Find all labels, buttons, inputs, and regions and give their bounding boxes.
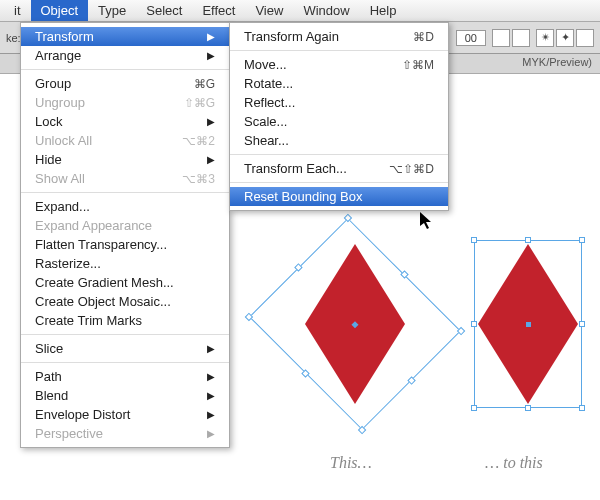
bbox-handle[interactable]: [471, 405, 477, 411]
menu-separator: [230, 50, 448, 51]
transform-submenu: Transform Again⌘D Move...⇧⌘M Rotate... R…: [229, 22, 449, 211]
submenu-item-again[interactable]: Transform Again⌘D: [230, 27, 448, 46]
shortcut: ⌘D: [413, 30, 434, 44]
submenu-item-each[interactable]: Transform Each...⌥⇧⌘D: [230, 159, 448, 178]
submenu-item-shear[interactable]: Shear...: [230, 131, 448, 150]
submenu-item-reset-bbox[interactable]: Reset Bounding Box: [230, 187, 448, 206]
menu-item-object-mosaic[interactable]: Create Object Mosaic...: [21, 292, 229, 311]
menu-item-group[interactable]: Group⌘G: [21, 74, 229, 93]
menu-label: Slice: [35, 341, 63, 356]
menu-type[interactable]: Type: [88, 0, 136, 21]
menu-label: Expand...: [35, 199, 90, 214]
menu-item-perspective: Perspective▶: [21, 424, 229, 443]
reset-bounding-box[interactable]: [474, 240, 582, 408]
wand-tool-icon[interactable]: ✦: [556, 29, 574, 47]
selection-tool-icon[interactable]: ✴: [536, 29, 554, 47]
bbox-handle[interactable]: [294, 263, 302, 271]
bbox-handle[interactable]: [344, 214, 352, 222]
menu-item-hide[interactable]: Hide▶: [21, 150, 229, 169]
submenu-item-scale[interactable]: Scale...: [230, 112, 448, 131]
menu-label: Create Trim Marks: [35, 313, 142, 328]
submenu-item-move[interactable]: Move...⇧⌘M: [230, 55, 448, 74]
bbox-handle[interactable]: [301, 369, 309, 377]
shortcut: ⇧⌘M: [402, 58, 434, 72]
bbox-handle[interactable]: [245, 313, 253, 321]
menu-item-expand[interactable]: Expand...: [21, 197, 229, 216]
menu-object[interactable]: Object: [31, 0, 89, 21]
menu-separator: [21, 362, 229, 363]
menu-label: Rasterize...: [35, 256, 101, 271]
submenu-arrow-icon: ▶: [207, 31, 215, 42]
menu-label: Rotate...: [244, 76, 293, 91]
bbox-handle[interactable]: [457, 327, 465, 335]
menu-item-trim-marks[interactable]: Create Trim Marks: [21, 311, 229, 330]
menu-separator: [21, 334, 229, 335]
menu-label: Envelope Distort: [35, 407, 130, 422]
bbox-handle[interactable]: [525, 405, 531, 411]
toolbar-buttons: [492, 29, 530, 47]
menu-label: Reflect...: [244, 95, 295, 110]
menu-item-envelope[interactable]: Envelope Distort▶: [21, 405, 229, 424]
menu-item-flatten[interactable]: Flatten Transparency...: [21, 235, 229, 254]
menu-help[interactable]: Help: [360, 0, 407, 21]
bbox-handle[interactable]: [471, 237, 477, 243]
menu-item-gradient-mesh[interactable]: Create Gradient Mesh...: [21, 273, 229, 292]
bbox-handle[interactable]: [358, 426, 366, 434]
bbox-handle[interactable]: [471, 321, 477, 327]
numeric-field[interactable]: 00: [456, 30, 486, 46]
submenu-arrow-icon: ▶: [207, 343, 215, 354]
menu-item-arrange[interactable]: Arrange▶: [21, 46, 229, 65]
submenu-arrow-icon: ▶: [207, 428, 215, 439]
stroke-label: ke:: [6, 32, 21, 44]
menu-separator: [230, 182, 448, 183]
menu-label: Path: [35, 369, 62, 384]
tool-button-5[interactable]: [576, 29, 594, 47]
bbox-handle[interactable]: [579, 405, 585, 411]
menu-label: Blend: [35, 388, 68, 403]
menu-separator: [230, 154, 448, 155]
menu-label: Perspective: [35, 426, 103, 441]
tool-button-2[interactable]: [512, 29, 530, 47]
bbox-handle[interactable]: [407, 376, 415, 384]
bbox-handle[interactable]: [579, 237, 585, 243]
menu-label: Create Gradient Mesh...: [35, 275, 174, 290]
bbox-handle[interactable]: [579, 321, 585, 327]
center-handle[interactable]: [351, 321, 358, 328]
menu-item-path[interactable]: Path▶: [21, 367, 229, 386]
menu-effect[interactable]: Effect: [192, 0, 245, 21]
tool-button-1[interactable]: [492, 29, 510, 47]
menu-view[interactable]: View: [245, 0, 293, 21]
submenu-arrow-icon: ▶: [207, 390, 215, 401]
toolbar-buttons-2: ✴ ✦: [536, 29, 594, 47]
object-menu-dropdown: Transform▶ Arrange▶ Group⌘G Ungroup⇧⌘G L…: [20, 22, 230, 448]
bbox-handle[interactable]: [525, 237, 531, 243]
shortcut: ⌥⌘2: [182, 134, 215, 148]
menu-item-blend[interactable]: Blend▶: [21, 386, 229, 405]
menu-item-unlock-all: Unlock All⌥⌘2: [21, 131, 229, 150]
submenu-arrow-icon: ▶: [207, 50, 215, 61]
submenu-item-rotate[interactable]: Rotate...: [230, 74, 448, 93]
menu-separator: [21, 192, 229, 193]
menu-window[interactable]: Window: [293, 0, 359, 21]
menu-label: Group: [35, 76, 71, 91]
menu-label: Ungroup: [35, 95, 85, 110]
menu-label: Lock: [35, 114, 62, 129]
menu-select[interactable]: Select: [136, 0, 192, 21]
menu-item-show-all: Show All⌥⌘3: [21, 169, 229, 188]
submenu-item-reflect[interactable]: Reflect...: [230, 93, 448, 112]
bbox-handle[interactable]: [400, 270, 408, 278]
menu-item-slice[interactable]: Slice▶: [21, 339, 229, 358]
menu-item-transform[interactable]: Transform▶: [21, 27, 229, 46]
rotated-bounding-box[interactable]: [249, 218, 461, 430]
menu-label: Scale...: [244, 114, 287, 129]
center-handle[interactable]: [526, 322, 531, 327]
menu-label: Create Object Mosaic...: [35, 294, 171, 309]
menu-separator: [21, 69, 229, 70]
caption-this: This…: [330, 454, 372, 472]
menu-item-rasterize[interactable]: Rasterize...: [21, 254, 229, 273]
menu-edit-partial[interactable]: it: [4, 0, 31, 21]
menu-label: Flatten Transparency...: [35, 237, 167, 252]
menu-item-lock[interactable]: Lock▶: [21, 112, 229, 131]
menu-item-ungroup: Ungroup⇧⌘G: [21, 93, 229, 112]
shortcut: ⌥⌘3: [182, 172, 215, 186]
